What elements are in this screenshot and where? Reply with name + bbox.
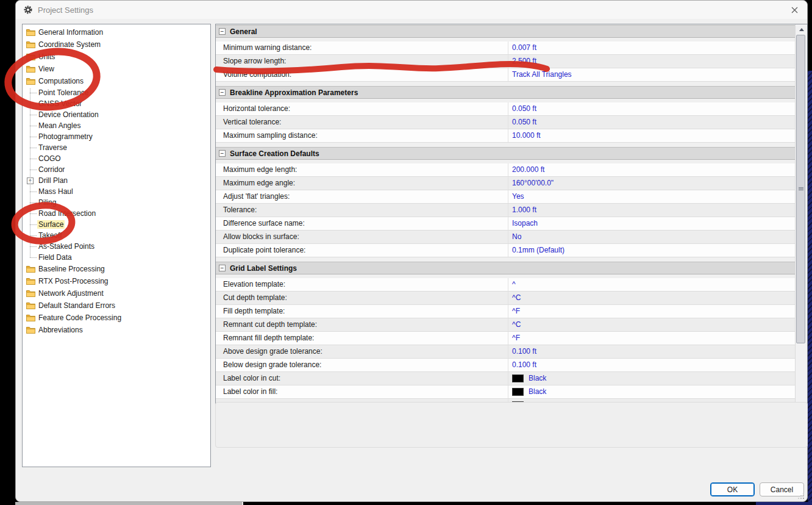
tree-connector xyxy=(30,224,37,225)
ok-button[interactable]: OK xyxy=(710,482,755,496)
setting-value[interactable]: Black xyxy=(508,372,795,385)
collapse-icon[interactable]: − xyxy=(219,28,226,35)
tree-item-as-staked-points[interactable]: As-Staked Points xyxy=(23,241,210,252)
description-panel xyxy=(215,402,808,448)
tree-item-mass-haul[interactable]: Mass Haul xyxy=(23,186,210,197)
tree-item-cogo[interactable]: COGO xyxy=(23,153,210,164)
setting-value[interactable]: 0.100 ft xyxy=(508,345,795,358)
setting-label: Adjust 'flat' triangles: xyxy=(216,190,508,203)
setting-label: Allow blocks in surface: xyxy=(216,231,508,243)
tree-item-abbreviations[interactable]: Abbreviations xyxy=(23,324,210,336)
tree-item-view[interactable]: View xyxy=(23,63,210,75)
tree-item-label: GNSS Vector xyxy=(38,99,82,108)
tree-item-corridor[interactable]: Corridor xyxy=(23,164,210,175)
setting-value[interactable]: Isopach xyxy=(508,217,795,230)
grid-scrollbar[interactable] xyxy=(795,24,807,413)
setting-label: Maximum edge angle: xyxy=(216,177,508,190)
settings-grid-rows: −GeneralMinimum warning distance:0.007 f… xyxy=(216,24,795,413)
setting-value[interactable]: ^ xyxy=(508,278,795,291)
setting-label: Remnant cut depth template: xyxy=(216,318,508,331)
tree-item-computations[interactable]: Computations xyxy=(23,75,210,87)
setting-label: Slope arrow length: xyxy=(216,55,508,68)
tree-item-feature-code-processing[interactable]: Feature Code Processing xyxy=(23,312,210,324)
tree-item-label: Piling xyxy=(38,198,56,207)
setting-value-text: Black xyxy=(529,385,546,398)
tree-item-device-orientation[interactable]: Device Orientation xyxy=(23,109,210,120)
tree-item-traverse[interactable]: Traverse xyxy=(23,142,210,153)
setting-row-adjust-flat-triangles: Adjust 'flat' triangles:Yes xyxy=(216,190,795,204)
setting-label: Label color in cut: xyxy=(216,372,508,385)
setting-value[interactable]: 10.000 ft xyxy=(508,129,795,142)
setting-value-text: 2.500 ft xyxy=(512,55,536,68)
background-window-edge xyxy=(808,71,812,505)
close-icon[interactable] xyxy=(786,2,802,17)
tree-guide-line xyxy=(30,88,30,257)
tree-item-surface[interactable]: Surface xyxy=(23,219,210,230)
tree-item-label: As-Staked Points xyxy=(38,242,94,251)
setting-value[interactable]: Black xyxy=(508,385,795,398)
tree-item-network-adjustment[interactable]: Network Adjustment xyxy=(23,287,210,299)
tree-item-units[interactable]: Units xyxy=(23,51,210,63)
tree-item-coordinate-system[interactable]: Coordinate System xyxy=(23,38,210,51)
tree-item-point-tolerance[interactable]: Point Tolerance xyxy=(23,87,210,98)
setting-value[interactable]: No xyxy=(508,231,795,243)
tree-item-label: RTX Post-Processing xyxy=(38,277,109,285)
setting-value[interactable]: 160°00'00.0" xyxy=(508,177,795,190)
collapse-icon[interactable]: − xyxy=(219,150,226,157)
tree-item-label: Feature Code Processing xyxy=(38,313,121,322)
tree-item-general-information[interactable]: General Information xyxy=(23,26,210,38)
tree-connector xyxy=(30,148,37,148)
setting-label: Maximum sampling distance: xyxy=(216,129,508,142)
tree-item-gnss-vector[interactable]: GNSS Vector xyxy=(23,98,210,109)
tree-item-mean-angles[interactable]: Mean Angles xyxy=(23,120,210,131)
setting-value[interactable]: ^C xyxy=(508,318,795,331)
setting-label: Horizontal tolerance: xyxy=(216,102,508,115)
collapse-icon[interactable]: − xyxy=(219,89,226,96)
tree-connector xyxy=(30,137,37,137)
setting-value[interactable]: Track All Triangles xyxy=(508,68,795,81)
scrollbar-thumb[interactable] xyxy=(796,35,805,343)
section-title: General xyxy=(230,27,257,36)
setting-row-cut-depth-template: Cut depth template:^C xyxy=(216,292,795,305)
setting-value-text: No xyxy=(512,231,521,243)
resize-grip[interactable] xyxy=(798,493,804,499)
tree-item-label: Network Adjustment xyxy=(38,289,104,298)
setting-value[interactable]: 2.500 ft xyxy=(508,55,795,68)
tree-item-piling[interactable]: Piling xyxy=(23,197,210,208)
scrollbar-up-icon[interactable] xyxy=(796,24,807,35)
collapse-icon[interactable]: − xyxy=(219,265,226,271)
tree-item-rtx-post-processing[interactable]: RTX Post-Processing xyxy=(23,275,210,287)
tree-item-label: Surface xyxy=(37,220,65,229)
dialog-titlebar[interactable]: Project Settings xyxy=(16,1,807,19)
setting-value[interactable]: ^F xyxy=(508,332,795,345)
setting-value[interactable]: 0.007 ft xyxy=(508,41,795,54)
setting-value[interactable]: 0.1mm (Default) xyxy=(508,244,795,257)
setting-row-fill-depth-template: Fill depth template:^F xyxy=(216,305,795,318)
tree-item-road-intersection[interactable]: Road Intersection xyxy=(23,208,210,219)
setting-value-text: 160°00'00.0" xyxy=(512,177,554,190)
setting-value[interactable]: Yes xyxy=(508,190,795,203)
tree-item-drill-plan[interactable]: +Drill Plan xyxy=(23,175,210,186)
setting-value[interactable]: ^C xyxy=(508,292,795,304)
setting-label: Vertical tolerance: xyxy=(216,116,508,129)
setting-value-text: 0.100 ft xyxy=(512,359,536,371)
setting-value-text: Black xyxy=(529,372,546,385)
setting-value[interactable]: 0.050 ft xyxy=(508,102,795,115)
tree-item-field-data[interactable]: Field Data xyxy=(23,252,210,263)
tree-item-photogrammetry[interactable]: Photogrammetry xyxy=(23,131,210,142)
tree-item-label: Point Tolerance xyxy=(38,88,89,97)
setting-value[interactable]: ^F xyxy=(508,305,795,318)
tree-item-baseline-processing[interactable]: Baseline Processing xyxy=(23,263,210,275)
tree-item-label: Mass Haul xyxy=(38,187,73,196)
setting-value[interactable]: 0.100 ft xyxy=(508,359,795,371)
setting-row-maximum-edge-length: Maximum edge length:200.000 ft xyxy=(216,163,795,177)
setting-value[interactable]: 200.000 ft xyxy=(508,163,795,176)
setting-row-duplicate-point-tolerance: Duplicate point tolerance:0.1mm (Default… xyxy=(216,244,795,257)
tree-item-takeoff[interactable]: Takeoff xyxy=(23,230,210,241)
tree-item-label: Units xyxy=(38,52,55,61)
setting-label: Label color in fill: xyxy=(216,385,508,398)
tree-item-default-standard-errors[interactable]: Default Standard Errors xyxy=(23,299,210,312)
setting-value[interactable]: 1.000 ft xyxy=(508,204,795,217)
setting-label: Remnant fill depth template: xyxy=(216,332,508,345)
setting-value[interactable]: 0.050 ft xyxy=(508,116,795,129)
